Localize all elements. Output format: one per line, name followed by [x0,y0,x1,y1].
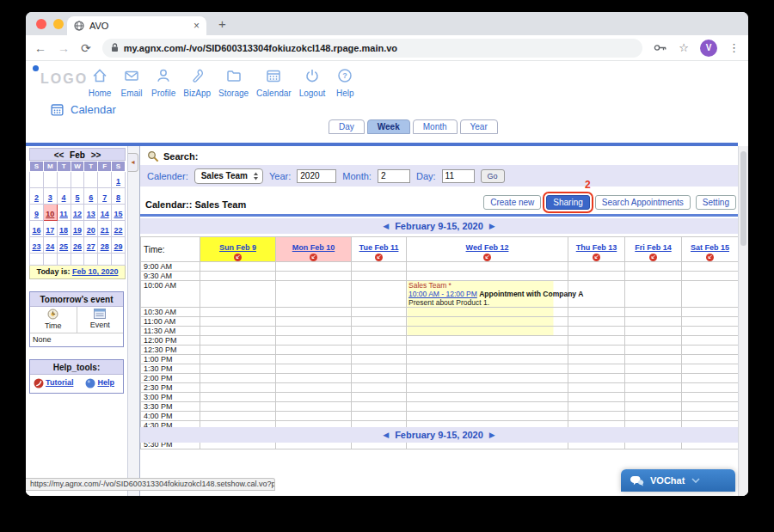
event-block[interactable]: Sales Team *10:00 AM - 12:00 PM Appointm… [407,281,568,308]
add-appointment-icon[interactable] [352,254,406,261]
forward-icon[interactable]: → [58,41,70,55]
grid-cell[interactable] [276,327,352,336]
grid-cell[interactable] [276,412,352,421]
grid-cell[interactable] [625,364,682,374]
day-link[interactable]: Tue Feb 11 [359,243,399,252]
nav-item-email[interactable]: Email [118,67,145,98]
grid-cell[interactable] [682,281,739,308]
grid-cell[interactable] [200,355,276,364]
mini-cal-date-link[interactable]: 10 [46,210,54,218]
close-window-button[interactable] [36,19,46,29]
grid-cell[interactable] [276,336,352,345]
grid-cell[interactable] [407,402,568,412]
grid-cell[interactable] [200,402,276,412]
mini-cal-cell[interactable]: 18 [57,221,71,237]
day-link[interactable]: Fri Feb 14 [635,243,672,252]
grid-cell[interactable] [625,336,682,345]
tab-month[interactable]: Month [413,119,458,134]
mini-cal-cell[interactable]: 8 [112,188,126,205]
page-scrollbar[interactable] [738,146,748,496]
nav-item-bizapp[interactable]: BizApp [181,67,212,98]
mini-cal-date-link[interactable]: 17 [46,226,54,235]
mini-cal-cell[interactable]: 2 [30,188,44,205]
mini-cal-cell[interactable]: 27 [84,237,98,254]
grid-cell[interactable] [407,308,568,317]
grid-cell[interactable] [682,308,739,317]
day-link[interactable]: Sun Feb 9 [219,243,256,252]
grid-cell[interactable] [407,327,568,336]
grid-cell[interactable] [276,355,352,364]
mini-cal-date-link[interactable]: 23 [32,242,40,251]
mini-cal-date-link[interactable]: 22 [114,226,123,235]
grid-cell[interactable] [625,317,682,327]
grid-cell[interactable] [682,317,739,327]
new-tab-button[interactable]: + [218,16,226,31]
grid-cell[interactable] [200,327,276,336]
tab-day[interactable]: Day [329,119,365,134]
add-appointment-icon[interactable] [625,254,681,261]
grid-cell[interactable] [276,364,352,374]
mini-cal-date-link[interactable]: 9 [34,210,39,218]
grid-cell[interactable] [352,412,407,421]
collapse-sidebar-icon[interactable]: ◂ [128,153,138,172]
mini-cal-date-link[interactable]: 3 [48,193,52,202]
mini-cal-date-link[interactable]: 12 [73,210,82,218]
grid-cell[interactable] [276,272,352,281]
grid-cell[interactable] [352,374,407,383]
next-month-link[interactable]: >> [91,150,101,160]
day-link[interactable]: Sat Feb 15 [691,243,729,252]
mini-cal-date-link[interactable]: 8 [116,193,120,202]
address-bar[interactable]: my.agnx.com/-/vo/SID600313304fokiuzokcl1… [102,39,643,58]
tutorial-link[interactable]: Tutorial [46,378,73,387]
nav-item-profile[interactable]: Profile [150,67,177,98]
grid-cell[interactable] [276,281,352,308]
mini-cal-cell[interactable]: 14 [98,205,112,221]
grid-cell[interactable] [352,281,407,308]
add-appointment-icon[interactable] [568,254,624,261]
day-link[interactable]: Thu Feb 13 [576,243,617,252]
mini-cal-date-link[interactable]: 29 [114,242,123,251]
mini-cal-date-link[interactable]: 18 [59,226,68,235]
grid-cell[interactable] [682,327,739,336]
add-appointment-icon[interactable] [276,254,351,261]
grid-cell[interactable] [352,262,407,272]
prev-week-icon[interactable]: ◀ [383,431,389,439]
menu-dots-icon[interactable]: ⋮ [728,41,740,54]
mini-cal-cell[interactable]: 15 [112,205,126,221]
day-link[interactable]: Mon Feb 10 [292,243,335,252]
mini-cal-cell[interactable]: 9 [30,205,44,221]
grid-cell[interactable] [682,402,739,412]
grid-cell[interactable] [276,383,352,393]
grid-cell[interactable] [352,393,407,402]
grid-cell[interactable] [276,402,352,412]
grid-cell[interactable] [200,383,276,393]
grid-cell[interactable] [352,355,407,364]
grid-cell[interactable] [276,308,352,317]
mini-cal-cell[interactable]: 24 [43,237,57,254]
chevron-down-icon[interactable] [691,478,727,483]
grid-cell[interactable] [407,345,568,355]
mini-cal-date-link[interactable]: 7 [102,193,107,202]
grid-cell[interactable] [682,355,739,364]
grid-cell[interactable] [682,412,739,421]
mini-cal-date-link[interactable]: 14 [101,210,109,218]
tab-week[interactable]: Week [367,119,410,134]
grid-cell[interactable] [407,383,568,393]
mini-cal-cell[interactable]: 26 [71,237,84,254]
mini-cal-date-link[interactable]: 13 [87,210,95,218]
grid-cell[interactable] [407,393,568,402]
grid-cell[interactable] [352,327,407,336]
grid-cell[interactable] [352,345,407,355]
grid-cell[interactable] [682,272,739,281]
mini-cal-date-link[interactable]: 16 [32,226,40,235]
mini-cal-date-link[interactable]: 4 [62,193,66,202]
browser-tab[interactable]: AVO × [67,16,206,35]
create-new-button[interactable]: Create new [483,195,541,210]
key-icon[interactable] [654,44,667,52]
mini-cal-date-link[interactable]: 11 [59,210,68,218]
nav-item-logout[interactable]: Logout [298,67,328,98]
grid-cell[interactable] [625,308,682,317]
mini-cal-cell[interactable]: 23 [30,237,44,254]
mini-cal-cell[interactable]: 11 [57,205,71,221]
grid-cell[interactable] [276,345,352,355]
